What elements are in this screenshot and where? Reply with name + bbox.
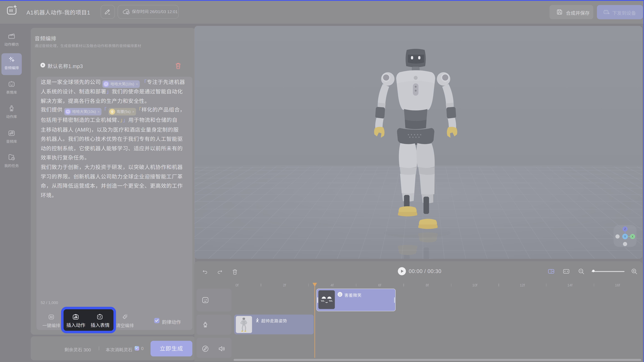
- svg-text:X: X: [632, 235, 634, 238]
- svg-text:Z: Z: [624, 227, 626, 230]
- svg-text:Y: Y: [624, 235, 626, 238]
